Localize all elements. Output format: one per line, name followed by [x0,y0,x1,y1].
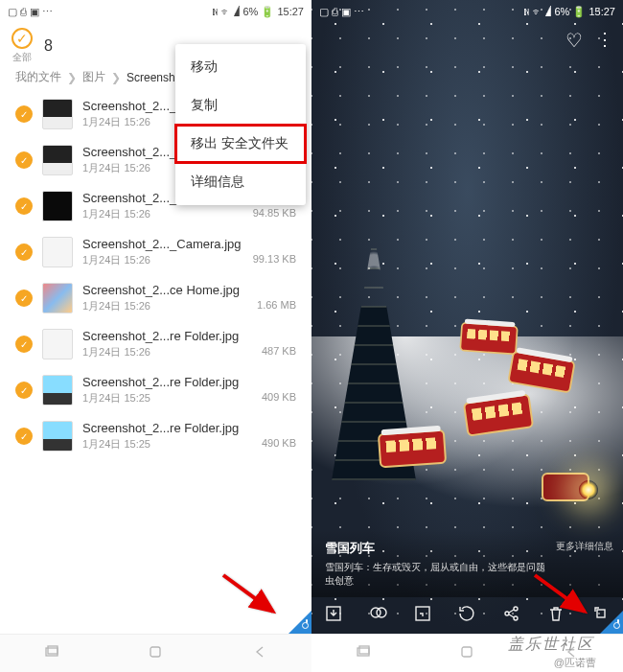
file-date: 1月24日 15:26 [82,345,150,359]
back-button[interactable] [253,645,266,662]
svg-rect-14 [359,646,369,654]
select-all-label: 全部 [12,51,32,64]
select-all-checkbox[interactable]: ✓ [12,28,33,49]
more-info-link[interactable]: 更多详细信息 [556,540,613,553]
secure-folder-badge-icon[interactable] [600,611,623,634]
svg-rect-3 [150,647,160,657]
status-left: ▢ ⎙ ▣ ⋯ [319,6,364,18]
svg-point-6 [377,608,386,617]
status-bar: ▢ ⎙ ▣ ⋯ ℕ ᯤ ◢ 6% 🔋 15:27 [312,0,623,23]
file-size: 490 KB [262,437,296,452]
menu-move[interactable]: 移动 [175,48,306,86]
context-menu: 移动 复制 移出 安全文件夹 详细信息 [175,44,306,205]
watermark-text: 盖乐世社区 [508,635,594,655]
status-left: ▢ ⎙ ▣ ⋯ [8,6,53,18]
right-screenshot: ▢ ⎙ ▣ ⋯ ℕ ᯤ ◢ 6% 🔋 15:27 ♡ ⋮ 更多详细信息 雪国列车… [312,0,623,672]
file-date: 1月24日 15:25 [82,437,150,452]
menu-copy[interactable]: 复制 [175,86,306,125]
file-row[interactable]: ✓Screenshot_2...ce Home.jpg1月24日 15:261.… [0,275,312,321]
file-row[interactable]: ✓Screenshot_2..._Camera.jpg1月24日 15:2699… [0,229,312,275]
home-button[interactable] [149,645,162,662]
more-icon[interactable]: ⋮ [596,29,613,52]
file-name: Screenshot_2...re Folder.jpg [82,375,296,389]
file-info: Screenshot_2...ce Home.jpg1月24日 15:261.6… [82,283,296,313]
svg-rect-2 [48,646,58,654]
row-checkbox[interactable]: ✓ [15,428,33,445]
history-icon[interactable] [457,604,476,627]
status-bar: ▢ ⎙ ▣ ⋯ ℕ ᯤ ◢ 6% 🔋 15:27 [0,0,312,23]
secure-folder-badge-icon[interactable] [288,611,312,634]
file-date: 1月24日 15:26 [82,207,150,221]
row-checkbox[interactable]: ✓ [15,197,33,215]
svg-point-8 [505,612,509,615]
file-size: 94.85 KB [253,207,296,221]
file-thumbnail [42,283,73,313]
file-info: Screenshot_2...re Folder.jpg1月24日 15:254… [82,375,296,406]
annotation-arrow-icon [218,569,285,626]
file-info: Screenshot_2..._Camera.jpg1月24日 15:2699.… [82,237,296,267]
menu-details[interactable]: 详细信息 [175,163,306,201]
file-thumbnail [42,191,73,221]
navigation-bar [0,634,312,672]
filter-icon[interactable] [369,604,388,627]
file-thumbnail [42,375,73,406]
recents-button[interactable] [45,645,58,662]
file-row[interactable]: ✓Screenshot_2...re Folder.jpg1月24日 15:26… [0,321,312,367]
chevron-right-icon: ❯ [67,71,77,84]
file-date: 1月24日 15:26 [82,115,150,129]
file-size: 1.66 MB [257,299,296,313]
left-screenshot: ▢ ⎙ ▣ ⋯ ℕ ᯤ ◢ 6% 🔋 15:27 ✓ 全部 8 我的文件 ❯ 图… [0,0,312,672]
top-actions: ♡ ⋮ [565,29,613,52]
row-checkbox[interactable]: ✓ [15,243,33,261]
file-date: 1月24日 15:25 [82,391,150,406]
chevron-right-icon: ❯ [111,71,121,84]
file-name: Screenshot_2...ce Home.jpg [82,283,296,297]
file-thumbnail [42,329,73,359]
row-checkbox[interactable]: ✓ [15,382,33,399]
file-name: Screenshot_2...re Folder.jpg [82,421,296,435]
file-size: 99.13 KB [253,253,296,267]
menu-move-out-secure[interactable]: 移出 安全文件夹 [175,125,306,163]
annotation-arrow-icon [529,569,596,626]
file-name: Screenshot_2..._Camera.jpg [82,237,296,251]
file-thumbnail [42,237,73,267]
breadcrumb-current: Screensho [127,71,181,84]
svg-line-0 [223,575,273,612]
svg-point-10 [514,616,518,620]
breadcrumb-pictures[interactable]: 图片 [82,69,105,85]
lock-icon[interactable] [413,604,432,627]
save-icon[interactable] [324,604,343,627]
row-checkbox[interactable]: ✓ [15,336,33,353]
breadcrumb-root[interactable]: 我的文件 [15,69,61,85]
file-size: 409 KB [262,391,296,406]
file-date: 1月24日 15:26 [82,253,150,267]
file-thumbnail [42,145,73,175]
home-button[interactable] [460,645,473,662]
file-row[interactable]: ✓Screenshot_2...re Folder.jpg1月24日 15:25… [0,367,312,413]
file-name: Screenshot_2...re Folder.jpg [82,329,296,343]
status-right: ℕ ᯤ ◢ 6% 🔋 15:27 [212,6,304,18]
row-checkbox[interactable]: ✓ [15,151,33,169]
favorite-icon[interactable]: ♡ [565,29,583,52]
file-date: 1月24日 15:26 [82,299,150,313]
svg-point-9 [514,607,518,611]
row-checkbox[interactable]: ✓ [15,105,33,123]
file-date: 1月24日 15:26 [82,161,150,175]
watermark-author: @匹诺曹 [554,656,596,670]
svg-rect-15 [462,647,472,657]
file-thumbnail [42,99,73,129]
file-size: 487 KB [262,345,296,359]
selected-count: 8 [44,37,53,55]
file-thumbnail [42,421,73,452]
svg-line-12 [535,575,585,612]
recents-button[interactable] [357,645,370,662]
row-checkbox[interactable]: ✓ [15,290,33,307]
status-right: ℕ ᯤ ◢ 6% 🔋 15:27 [523,6,615,18]
file-info: Screenshot_2...re Folder.jpg1月24日 15:254… [82,421,296,452]
file-info: Screenshot_2...re Folder.jpg1月24日 15:264… [82,329,296,359]
file-row[interactable]: ✓Screenshot_2...re Folder.jpg1月24日 15:25… [0,413,312,459]
share-icon[interactable] [502,604,521,627]
